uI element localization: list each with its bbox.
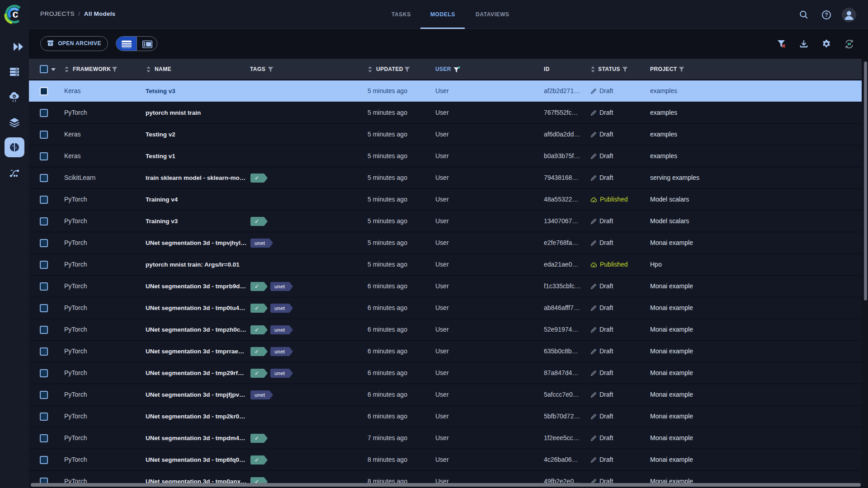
svg-text:c: c	[12, 8, 18, 20]
svg-text:?: ?	[825, 12, 828, 18]
